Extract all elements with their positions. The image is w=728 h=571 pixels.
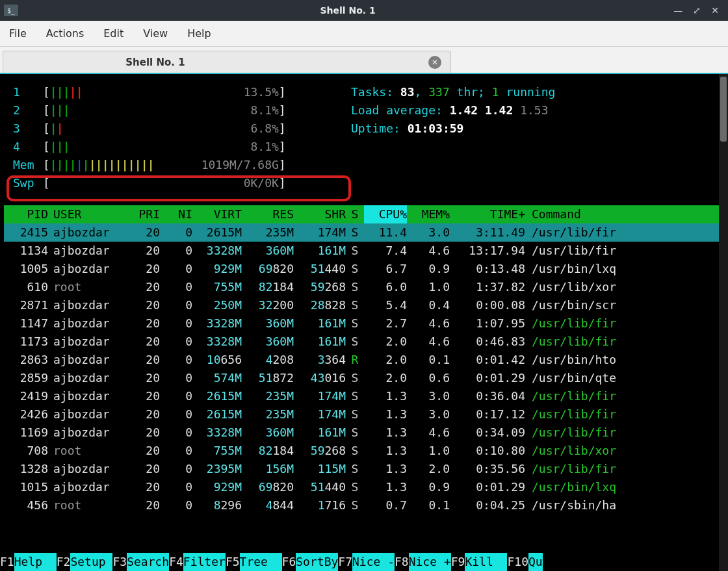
process-row[interactable]: 2871ajbozdar200250M3220028828S5.40.40:00… [4,296,724,314]
process-table-header[interactable]: PID USER PRI NI VIRT RES SHR S CPU% MEM%… [4,205,724,223]
col-mem[interactable]: MEM% [407,205,450,223]
fnlabel-f6[interactable]: SortBy [296,553,338,571]
maximize-button[interactable]: ⤢ [693,5,701,16]
meter-label: 1 [13,83,43,101]
process-row[interactable]: 1005ajbozdar200929M6982051440S6.70.90:13… [4,260,724,278]
fnkey-f9[interactable]: F9 [451,553,465,571]
fnlabel-f7[interactable]: Nice - [352,553,395,571]
process-row[interactable]: 1134ajbozdar2003328M360M161MS7.44.613:17… [4,242,724,260]
uptime-label: Uptime: [351,121,408,135]
tasks-label: Tasks: [351,85,400,99]
fnlabel-f9[interactable]: Kill [465,553,507,571]
fnlabel-f4[interactable]: Filter [183,553,226,571]
col-pid[interactable]: PID [4,205,48,223]
fnlabel-f1[interactable]: Help [14,553,57,571]
fnkey-f8[interactable]: F8 [395,553,409,571]
load-avg-2: 1.42 [485,103,513,117]
process-row[interactable]: 2419ajbozdar2002615M235M174MS1.33.00:36.… [4,387,724,405]
minimize-button[interactable]: — [673,5,682,16]
fnlabel-f10[interactable]: Qu [528,553,543,571]
menu-actions[interactable]: Actions [46,27,84,40]
meter-cpu-4: 4[||| 8.1%] [13,138,715,156]
col-command[interactable]: Command [525,205,724,223]
fn-key-bar: F1Help F2Setup F3SearchF4FilterF5Tree F6… [0,553,728,571]
scrollbar[interactable] [719,74,728,571]
process-row[interactable]: 2415ajbozdar2002615M235M174MS11.43.03:11… [4,223,724,242]
fnlabel-f3[interactable]: Search [127,553,169,571]
meter-label: 2 [13,101,43,120]
process-row[interactable]: 2863ajbozdar2001065642083364R2.00.10:01.… [4,351,724,369]
process-row[interactable]: 1328ajbozdar2002395M156M115MS1.32.00:35.… [4,460,724,478]
col-cpu[interactable]: CPU% [364,205,407,223]
col-s[interactable]: S [346,205,364,223]
fnkey-f7[interactable]: F7 [338,553,352,571]
load-label: Load average: [351,103,450,117]
process-row[interactable]: 1015ajbozdar200929M6982051440S1.30.90:01… [4,478,724,496]
col-time[interactable]: TIME+ [450,205,525,223]
col-virt[interactable]: VIRT [192,205,242,223]
running-count: 1 [492,85,499,99]
tasks-sep: , [415,85,429,99]
col-shr[interactable]: SHR [294,205,346,223]
terminal-icon: $_ [4,5,18,16]
tasks-count: 83 [400,85,415,99]
tab-shell-1[interactable]: Shell No. 1 ✕ [3,51,451,73]
process-row[interactable]: 2859ajbozdar200574M5187243016S2.00.60:01… [4,369,724,387]
meter-label: Mem [13,156,43,174]
fnlabel-f8[interactable]: Nice + [409,553,451,571]
load-avg-1: 1.42 [450,103,478,117]
meter-swp: Swp[0K/0K] [13,174,715,192]
thr-label: thr; [450,85,492,99]
col-res[interactable]: RES [242,205,294,223]
fnkey-f3[interactable]: F3 [112,553,127,571]
scrollbar-thumb[interactable] [720,77,727,142]
menu-view[interactable]: View [143,27,168,40]
menu-help[interactable]: Help [187,27,211,40]
tab-label: Shell No. 1 [12,57,298,68]
threads-count: 337 [428,85,450,99]
process-row[interactable]: 456root200829648441716S0.70.10:04.25/usr… [4,496,724,514]
fnkey-f6[interactable]: F6 [282,553,296,571]
window-title: Shell No. 1 [22,5,673,16]
process-row[interactable]: 708root200755M8218459268S1.31.00:10.80/u… [4,442,724,460]
window-titlebar: $_ Shell No. 1 — ⤢ ✕ [0,0,728,21]
meter-mem: Mem[||||||||||||||||1019M/7.68G] [13,156,715,174]
col-ni[interactable]: NI [160,205,192,223]
col-user[interactable]: USER [48,205,124,223]
fnkey-f10[interactable]: F10 [507,553,528,571]
process-row[interactable]: 2426ajbozdar2002615M235M174MS1.33.00:17.… [4,405,724,424]
close-button[interactable]: ✕ [711,5,719,16]
fnkey-f4[interactable]: F4 [169,553,183,571]
terminal-output[interactable]: 1[|||||13.5%]2[||| 8.1%]3[|| 6.8%]4[||| … [0,74,728,571]
tab-close-icon[interactable]: ✕ [428,56,441,69]
load-avg-3: 1.53 [520,103,548,117]
menu-file[interactable]: File [9,27,27,40]
process-row[interactable]: 1169ajbozdar2003328M360M161MS1.34.60:34.… [4,424,724,442]
meter-label: Swp [13,174,43,192]
menu-edit[interactable]: Edit [103,27,124,40]
fnlabel-f2[interactable]: Setup [70,553,112,571]
fnkey-f2[interactable]: F2 [57,553,71,571]
summary-block: Tasks: 83, 337 thr; 1 running Load avera… [351,83,555,138]
fnkey-f5[interactable]: F5 [226,553,240,571]
meter-label: 4 [13,138,43,156]
fnkey-f1[interactable]: F1 [0,553,14,571]
process-row[interactable]: 610root200755M8218459268S6.01.01:37.82/u… [4,278,724,296]
menu-bar: File Actions Edit View Help [0,21,728,47]
uptime-value: 01:03:59 [408,121,464,135]
running-label: running [499,85,556,99]
meter-label: 3 [13,120,43,138]
tab-strip: Shell No. 1 ✕ [0,47,728,73]
process-row[interactable]: 1173ajbozdar2003328M360M161MS2.04.60:46.… [4,333,724,351]
fnlabel-f5[interactable]: Tree [240,553,282,571]
process-row[interactable]: 1147ajbozdar2003328M360M161MS2.74.61:07.… [4,314,724,333]
col-pri[interactable]: PRI [124,205,160,223]
